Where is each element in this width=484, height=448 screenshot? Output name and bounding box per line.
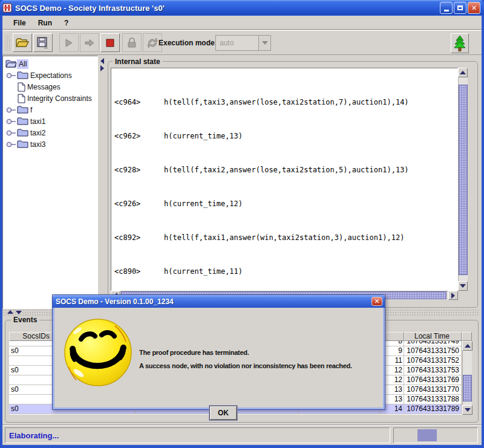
title-bar[interactable]: SOCS Demo - Society Infrastructure 's0' …	[0, 0, 484, 16]
stop-icon	[106, 39, 114, 47]
tree-item-taxi1[interactable]: taxi1	[3, 115, 97, 127]
menu-help[interactable]: ?	[59, 18, 73, 28]
play-button[interactable]	[59, 33, 79, 52]
internal-state-textarea[interactable]: <c964>h(tell(f,taxi3,answer(lose,taxi2st…	[111, 68, 458, 291]
dialog-title: SOCS Demo - Version 0.1.00_1234	[56, 297, 174, 306]
svg-text:...: ...	[44, 45, 48, 49]
collapse-left-icon[interactable]	[100, 58, 104, 64]
lock-icon	[127, 37, 137, 48]
window-title: SOCS Demo - Society Infrastructure 's0'	[15, 4, 165, 13]
expand-knob-icon[interactable]	[6, 130, 17, 136]
application-window: SOCS Demo - Society Infrastructure 's0' …	[0, 0, 484, 448]
menu-file[interactable]: File	[8, 18, 31, 28]
dialog-body: The proof procedure has terminated. A su…	[53, 308, 385, 409]
state-line: <c890>h(current_time,11)	[114, 267, 457, 276]
arrow-up-icon	[465, 344, 471, 348]
minimize-icon	[444, 10, 449, 11]
folder-icon	[17, 140, 28, 149]
scroll-right-button[interactable]	[448, 291, 458, 300]
stop-button[interactable]	[100, 33, 120, 52]
progress-panel	[393, 427, 478, 443]
folder-icon	[17, 117, 28, 126]
column-header-stub	[462, 332, 472, 341]
dialog-message-line1: The proof procedure has terminated.	[139, 349, 249, 356]
save-button[interactable]: ...	[33, 33, 53, 52]
events-scroll-down-button[interactable]	[462, 405, 473, 415]
society-tree-panel: All Expectations Messages Integrity Cons…	[2, 56, 98, 309]
open-folder-icon	[5, 59, 17, 68]
events-scroll-up-button[interactable]	[462, 341, 473, 351]
refresh-icon	[147, 38, 158, 48]
menu-run[interactable]: Run	[33, 18, 57, 28]
tree-icon	[454, 36, 466, 51]
tree-item-label: Integrity Constraints	[25, 94, 94, 103]
chevron-down-icon	[262, 41, 268, 45]
toolbar-drag-handle[interactable]	[5, 34, 10, 51]
tree-item-integrity-constraints[interactable]: Integrity Constraints	[3, 93, 97, 104]
tree-item-taxi2[interactable]: taxi2	[3, 127, 97, 138]
vertical-scrollbar-thumb[interactable]	[459, 85, 468, 275]
folder-icon	[17, 71, 28, 80]
collapse-up-icon[interactable]	[7, 310, 13, 314]
collapse-down-icon[interactable]	[16, 311, 22, 314]
lock-button[interactable]	[122, 33, 142, 52]
scroll-down-button[interactable]	[458, 281, 468, 291]
dialog-close-button[interactable]: ✕	[371, 297, 382, 306]
close-button[interactable]: ✕	[468, 2, 480, 14]
smiley-face-icon	[63, 315, 134, 389]
progress-bar	[417, 429, 437, 441]
app-icon	[2, 3, 12, 13]
tree-item-label: taxi2	[28, 128, 47, 138]
tree-item-expectations[interactable]: Expectations	[3, 70, 97, 81]
close-icon: ✕	[471, 4, 477, 12]
column-header-local-time[interactable]: Local Time	[404, 332, 462, 341]
folder-icon	[17, 128, 28, 137]
open-folder-icon	[16, 37, 29, 48]
tree-item-messages[interactable]: Messages	[3, 81, 97, 93]
close-icon: ✕	[374, 297, 379, 305]
expand-knob-icon[interactable]	[6, 73, 17, 79]
arrow-up-icon	[460, 71, 466, 74]
tree-item-taxi3[interactable]: taxi3	[3, 138, 97, 150]
tree-item-all[interactable]: All	[3, 58, 97, 70]
state-line: <c928>h(tell(f,taxi2,answer(lose,taxi2st…	[114, 166, 457, 174]
play-icon	[65, 39, 73, 47]
folder-icon	[17, 105, 28, 114]
execution-mode-select[interactable]: auto	[215, 35, 271, 51]
open-button[interactable]	[13, 33, 32, 52]
dialog-message-line2: A success node, with no violation nor in…	[139, 362, 352, 369]
scroll-up-button[interactable]	[458, 68, 468, 77]
expand-knob-icon[interactable]	[6, 141, 17, 148]
column-header-socsids[interactable]: SocsIDs	[9, 332, 54, 341]
tree-item-label: taxi3	[28, 140, 47, 149]
expand-knob-icon[interactable]	[6, 118, 17, 125]
arrow-down-icon	[460, 284, 466, 288]
tree-item-label: Expectations	[28, 71, 74, 80]
state-line: <c926>h(current_time,12)	[114, 200, 457, 208]
state-line: <c892>h(tell(f,taxi1,answer(win,taxi2sta…	[114, 233, 457, 242]
expand-knob-icon[interactable]	[6, 107, 17, 113]
collapse-right-icon[interactable]	[100, 65, 104, 71]
state-line: <c962>h(current_time,13)	[114, 132, 457, 140]
society-tree-button[interactable]	[451, 33, 469, 53]
status-divider	[2, 424, 482, 426]
status-panel: Elaborating...	[5, 427, 390, 443]
dialog-title-bar[interactable]: SOCS Demo - Version 0.1.00_1234 ✕	[53, 295, 385, 308]
result-dialog: SOCS Demo - Version 0.1.00_1234 ✕	[52, 294, 385, 410]
tree-item-label: Messages	[25, 82, 62, 92]
ok-button[interactable]: OK	[209, 406, 237, 420]
document-icon	[18, 82, 25, 92]
execution-mode-label: Execution mode:	[159, 39, 217, 47]
combo-arrow-button[interactable]	[258, 36, 270, 50]
step-button[interactable]	[80, 33, 99, 52]
minimize-button[interactable]	[440, 2, 453, 14]
tree-item-label: All	[17, 59, 28, 69]
maximize-button[interactable]	[454, 2, 466, 14]
maximize-icon	[457, 5, 463, 10]
state-line: <c964>h(tell(f,taxi3,answer(lose,taxi2st…	[114, 98, 457, 106]
events-scrollbar-thumb[interactable]	[463, 375, 472, 401]
vertical-splitter[interactable]	[98, 56, 106, 309]
tree-item-f[interactable]: f	[3, 104, 97, 115]
arrow-right-icon	[451, 293, 455, 299]
step-forward-icon	[85, 39, 94, 47]
